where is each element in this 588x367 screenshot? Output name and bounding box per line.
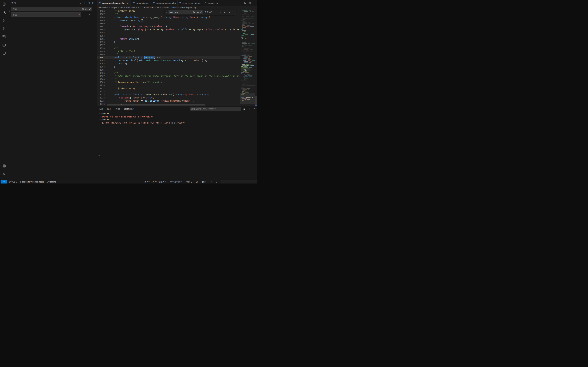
gutter-line-number[interactable]: 1910 <box>97 84 105 87</box>
activity-run-debug-icon[interactable] <box>0 25 8 33</box>
gutter-line-number[interactable]: 1913 <box>97 93 105 96</box>
gutter-line-number[interactable]: 1914 <box>97 96 105 100</box>
new-search-editor-icon[interactable]: ⊞ <box>88 1 90 4</box>
tab-class-redux-core.php[interactable]: phpclass-redux-core.php <box>151 0 178 6</box>
whole-word-toggle[interactable]: ab <box>85 7 88 11</box>
gutter-line-number[interactable]: 1900 <box>97 53 105 56</box>
refresh-icon[interactable]: ↻ <box>79 1 81 4</box>
gutter-line-number[interactable]: 1904 <box>97 65 105 68</box>
tabnine-status[interactable]: tabnine <box>46 180 57 184</box>
replace-input[interactable] <box>11 12 81 17</box>
vertical-scrollbar[interactable] <box>255 9 257 106</box>
panel-tab-调试控制台[interactable]: 调试控制台 <box>124 106 134 112</box>
find-in-selection-icon[interactable]: ≡ <box>223 10 226 14</box>
gutter-line-number[interactable]: 1893 <box>97 31 105 34</box>
debug-listen-status[interactable]: Listen for Xdebug (root2) <box>19 180 45 184</box>
remote-indicator[interactable]: >< <box>1 180 7 184</box>
gutter-line-number[interactable]: 1890 <box>97 22 105 25</box>
tab-class-redux-helpers.php[interactable]: phpclass-redux-helpers.php× <box>97 0 131 6</box>
gutter-line-number[interactable]: 1915 <box>97 100 105 103</box>
breadcrumb-item[interactable]: inc <box>157 7 159 9</box>
gutter-line-number[interactable]: 1902 <box>97 59 105 62</box>
activity-search-icon[interactable] <box>0 8 8 17</box>
find-toggle-replace-icon[interactable]: › <box>165 9 168 15</box>
debug-console-input[interactable]: > <box>98 154 100 157</box>
gutter-line-number[interactable]: 1912 <box>97 90 105 93</box>
language-mode-status[interactable]: php <box>201 180 206 184</box>
gutter-line-number[interactable]: 1908 <box>97 78 105 81</box>
gutter-line-number[interactable]: 1911 <box>97 87 105 90</box>
console-filter-input[interactable] <box>190 107 241 111</box>
tab-wp-config.php[interactable]: phpwp-config.php <box>131 0 151 6</box>
gutter-line-number[interactable]: 1905 <box>97 68 105 72</box>
search-input[interactable] <box>11 7 92 11</box>
indentation-status[interactable]: 制表符长度: 4 <box>169 180 183 184</box>
breadcrumb-item[interactable]: wp-content <box>98 7 108 9</box>
gutter-line-number[interactable]: 1886 <box>97 10 105 13</box>
gutter-line-number[interactable]: 1898 <box>97 47 105 50</box>
gutter-line-number[interactable]: 1897 <box>97 44 105 47</box>
editor-pane[interactable]: 1886 * @return array1887 */1888private s… <box>97 9 257 106</box>
code-area[interactable]: 1886 * @return array1887 */1888private s… <box>97 9 240 106</box>
panel-tab-终端[interactable]: 终端 <box>115 106 120 112</box>
breadcrumb-item[interactable]: phpclass-redux-helpers.php <box>172 6 196 9</box>
minimap-slider[interactable] <box>240 93 255 104</box>
match-case-toggle[interactable]: Aa <box>81 7 85 11</box>
tab-launch.json[interactable]: launch.json <box>203 0 220 6</box>
preserve-case-toggle[interactable]: AB <box>77 13 80 16</box>
gutter-line-number[interactable]: 1888 <box>97 16 105 19</box>
gutter-line-number[interactable]: 1903 <box>97 62 105 65</box>
breadcrumb-item[interactable]: plugins <box>111 7 117 9</box>
activity-extensions-icon[interactable] <box>0 33 8 41</box>
activity-source-control-icon[interactable] <box>0 17 8 25</box>
find-close-icon[interactable]: × <box>227 10 231 14</box>
gutter-line-number[interactable]: 1889 <box>97 19 105 22</box>
gutter-line-number[interactable]: 1887 <box>97 13 105 16</box>
activity-settings-icon[interactable] <box>0 170 8 178</box>
breadcrumb-item[interactable]: redux-framework-4.2.11 <box>120 7 142 9</box>
gutter-line-number[interactable]: 1895 <box>97 38 105 41</box>
gutter-line-number[interactable]: 1892 <box>97 28 105 31</box>
toggle-replace-icon[interactable]: ∨ <box>9 10 10 12</box>
horizontal-scrollbar-thumb[interactable] <box>107 104 205 106</box>
breadcrumb-item[interactable]: classes <box>162 7 169 9</box>
breadcrumb-item[interactable]: redux-core <box>144 7 154 9</box>
maximize-panel-icon[interactable]: ∧ <box>248 108 251 110</box>
find-whole-word-toggle[interactable]: ab <box>196 10 199 14</box>
activity-account-icon[interactable] <box>0 162 8 170</box>
eol-status[interactable]: LF <box>195 180 199 184</box>
close-tab-icon[interactable]: × <box>127 2 129 4</box>
gutter-line-number[interactable]: 1899 <box>97 50 105 53</box>
gutter-line-number[interactable]: 1896 <box>97 41 105 44</box>
gutter-line-number[interactable]: 1906 <box>97 72 105 75</box>
notifications-status[interactable] <box>215 180 218 184</box>
toggle-search-details-icon[interactable]: ··· <box>90 17 93 19</box>
gutter-line-number[interactable]: 1909 <box>97 81 105 84</box>
find-input[interactable] <box>168 10 192 14</box>
use-regex-toggle[interactable]: .* <box>88 7 92 11</box>
panel-tab-问题[interactable]: 问题 <box>99 106 103 112</box>
find-previous-icon[interactable]: ↑ <box>214 10 218 14</box>
find-use-regex-toggle[interactable]: .* <box>199 10 203 14</box>
activity-remote-explorer-icon[interactable] <box>0 41 8 49</box>
gutter-line-number[interactable]: 1916 <box>97 103 105 106</box>
split-editor-icon[interactable] <box>249 2 251 4</box>
gutter-line-number[interactable]: 1901 <box>97 56 105 59</box>
problems-status[interactable]: 00 <box>8 180 18 184</box>
collapse-all-icon[interactable]: ⊟ <box>92 1 94 4</box>
find-next-icon[interactable]: ↓ <box>218 10 222 14</box>
gutter-line-number[interactable]: 1907 <box>97 75 105 78</box>
more-actions-icon[interactable]: ⋯ <box>253 2 255 4</box>
cursor-position-status[interactable]: 行 1901, 列 40 (已选择8) <box>144 180 167 184</box>
panel-tab-输出[interactable]: 输出 <box>107 106 112 112</box>
find-match-case-toggle[interactable]: Aa <box>193 10 196 14</box>
vertical-scrollbar-thumb[interactable] <box>255 96 257 106</box>
replace-all-button[interactable]: ⇄ <box>88 13 91 16</box>
gutter-line-number[interactable]: 1891 <box>97 25 105 28</box>
encoding-status[interactable]: UTF-8 <box>186 180 193 184</box>
run-icon[interactable]: ▷ <box>244 2 246 4</box>
close-panel-icon[interactable]: × <box>253 108 256 110</box>
clear-console-icon[interactable]: ≣ <box>243 108 246 110</box>
tab-class-redux-api.php[interactable]: phpclass-redux-api.php <box>178 0 203 6</box>
clear-search-results-icon[interactable]: ⊘ <box>84 1 86 4</box>
